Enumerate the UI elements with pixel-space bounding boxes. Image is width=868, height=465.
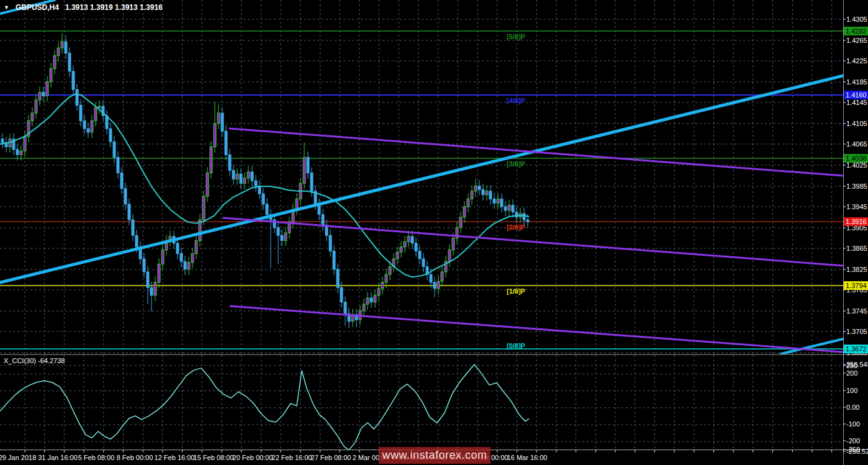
cci-axis-label: -250.521 xyxy=(846,448,868,455)
grid-layer xyxy=(0,0,843,450)
candles-layer xyxy=(1,34,529,328)
time-axis-label: 29 Jan 2018 xyxy=(0,454,36,461)
price-axis-label: 1.3945 xyxy=(846,203,867,210)
cci-axis-label: 200 xyxy=(846,369,857,377)
mt4-chart-window: ▼ GBPUSD,H4 1.3913 1.3919 1.3913 1.3916 … xyxy=(0,0,868,465)
time-axis-label: 15 Feb 08:00 xyxy=(194,454,234,461)
symbol-period-label: GBPUSD,H4 xyxy=(16,3,59,12)
price-axis-label: 1.4305 xyxy=(846,16,867,23)
price-level-badge: 1.3916 xyxy=(844,217,868,226)
time-axis-label: 16 Mar 16:00 xyxy=(507,454,548,461)
price-axis-label: 1.4185 xyxy=(846,78,867,86)
axis-ticks xyxy=(25,19,846,453)
time-axis-label: 8 Feb 00:00 xyxy=(117,454,153,461)
cci-axis-label: 0.00 xyxy=(846,404,859,411)
watermark: www.instaforex.com xyxy=(379,447,491,464)
price-axis-label: 1.3705 xyxy=(846,328,867,335)
time-axis-label: 31 Jan 16:00 xyxy=(38,454,78,461)
time-axis-label: 22 Feb 16:00 xyxy=(272,454,312,461)
chart-title: ▼ GBPUSD,H4 1.3913 1.3919 1.3913 1.3916 xyxy=(4,3,163,12)
price-axis-label: 1.4225 xyxy=(846,57,867,65)
price-level-badge: 1.3672 xyxy=(844,345,868,353)
price-axis-label: 1.3825 xyxy=(846,266,867,273)
cci-axis-label: -200 xyxy=(846,437,860,445)
price-level-badge: 1.4160 xyxy=(844,91,868,99)
price-level-badge: 1.3794 xyxy=(844,281,868,290)
separators xyxy=(0,0,868,465)
indicator-label: X_CCI(30) -64.2738 xyxy=(4,357,65,364)
price-axis-label: 1.3745 xyxy=(846,307,867,315)
price-level-badge: 1.4282 xyxy=(844,27,868,35)
murrey-level-label: [5/8]P xyxy=(507,33,525,40)
murrey-level-label: [3/8]P xyxy=(507,160,525,168)
price-axis-label: 1.3985 xyxy=(846,183,867,190)
murrey-level-label: [1/8]P xyxy=(507,287,525,295)
price-axis-label: 1.3865 xyxy=(846,245,867,252)
ohlc-values: 1.3913 1.3919 1.3913 1.3916 xyxy=(65,3,163,12)
murrey-level-label: [0/8]P xyxy=(507,342,525,350)
murrey-level-label: [2/8]P xyxy=(507,223,525,231)
cci-axis-label: -100 xyxy=(846,420,860,428)
time-axis-label: 20 Feb 00:00 xyxy=(233,454,273,461)
price-level-badge: 1.4038 xyxy=(844,154,868,163)
watermark-text: www.instaforex.com xyxy=(382,449,487,462)
price-axis-label: 1.4145 xyxy=(846,99,867,106)
murrey-level-label: [4/8]P xyxy=(507,97,525,104)
time-axis-label: 27 Feb 08:00 xyxy=(311,454,351,461)
time-axis-label: 12 Feb 16:00 xyxy=(155,454,195,461)
cci-line xyxy=(0,364,529,450)
trendlines-layer xyxy=(0,0,843,354)
price-axis-label: 1.4105 xyxy=(846,120,867,127)
chart-canvas[interactable] xyxy=(0,0,868,465)
time-axis-label: 5 Feb 08:00 xyxy=(78,454,115,461)
cci-axis-label: 100 xyxy=(846,387,857,394)
cci-axis-label: 256.545 xyxy=(846,361,868,368)
price-axis-label: 1.4265 xyxy=(846,37,867,44)
price-axis-label: 1.4065 xyxy=(846,140,867,148)
symbol-dropdown-icon[interactable]: ▼ xyxy=(4,4,9,11)
